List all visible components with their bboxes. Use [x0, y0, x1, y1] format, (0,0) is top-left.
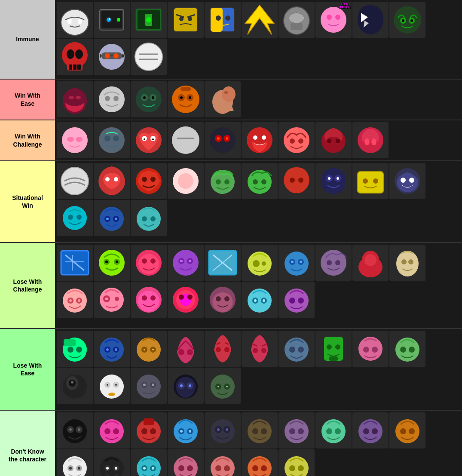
char-icon: [168, 282, 204, 318]
svg-point-165: [285, 252, 309, 276]
char-icon: [168, 331, 204, 367]
svg-point-43: [105, 53, 110, 58]
char-icon: [57, 122, 93, 158]
char-icon: [352, 412, 389, 448]
char-icon: [94, 39, 130, 75]
svg-point-148: [105, 261, 108, 263]
tier-row-lose-ease: Lose WithEase: [0, 329, 462, 411]
tier-row-win-challenge: Win WithChallenge: [0, 120, 462, 161]
char-icon: [352, 245, 389, 281]
svg-point-53: [76, 96, 81, 99]
char-icon: [205, 412, 241, 448]
svg-point-37: [75, 49, 83, 59]
svg-point-266: [63, 419, 87, 443]
svg-point-196: [187, 295, 193, 300]
char-icon: [57, 449, 93, 476]
char-icon: [94, 2, 130, 38]
svg-point-80: [144, 138, 145, 140]
svg-rect-25: [291, 23, 303, 30]
svg-point-272: [104, 428, 110, 434]
svg-point-97: [336, 139, 340, 143]
char-icon: [242, 331, 278, 367]
svg-rect-7: [117, 18, 120, 21]
char-icon: [57, 81, 93, 117]
svg-point-183: [69, 299, 72, 302]
svg-point-36: [67, 49, 74, 59]
char-icon: TIERMAKER: [315, 2, 352, 38]
svg-rect-234: [329, 356, 338, 361]
char-icon: [94, 81, 130, 117]
svg-point-135: [106, 218, 109, 220]
svg-point-74: [99, 127, 125, 153]
char-icon: [205, 449, 241, 476]
svg-point-121: [337, 177, 339, 180]
svg-point-220: [144, 349, 145, 350]
char-icon: [278, 245, 315, 281]
svg-point-102: [105, 177, 110, 181]
svg-point-301: [400, 428, 406, 434]
tier-label-lose-challenge: Lose WithChallenge: [0, 243, 55, 328]
tier-label-win-challenge: Win WithChallenge: [0, 120, 55, 160]
tier-row-win-ease: Win WithEase: [0, 80, 462, 120]
char-icon: [352, 331, 389, 367]
svg-point-318: [174, 456, 198, 476]
svg-point-138: [142, 216, 147, 221]
svg-point-76: [113, 135, 119, 141]
char-icon: [168, 163, 204, 199]
svg-point-195: [179, 295, 184, 300]
char-icon: [57, 412, 93, 448]
svg-point-29: [394, 6, 421, 34]
svg-point-282: [189, 430, 191, 433]
svg-point-246: [108, 393, 115, 396]
svg-point-84: [210, 127, 236, 153]
svg-point-27: [327, 15, 332, 20]
svg-point-217: [137, 338, 161, 362]
char-icon: [315, 122, 352, 158]
svg-point-82: [172, 126, 199, 154]
svg-point-312: [115, 467, 117, 470]
svg-point-244: [71, 381, 73, 384]
svg-point-48: [135, 43, 162, 71]
tier-label-lose-ease: Lose WithEase: [0, 329, 55, 410]
tier-label-immune: Immune: [0, 0, 55, 79]
svg-point-72: [67, 137, 74, 142]
svg-point-115: [290, 178, 295, 183]
char-icon: [352, 122, 389, 158]
svg-point-156: [180, 260, 183, 262]
svg-point-75: [104, 135, 110, 141]
svg-point-191: [150, 295, 156, 301]
svg-point-211: [76, 347, 82, 353]
svg-point-204: [263, 299, 265, 302]
svg-point-269: [69, 428, 72, 431]
svg-point-60: [143, 96, 146, 99]
svg-point-88: [226, 137, 228, 140]
svg-point-227: [261, 348, 266, 353]
char-icon: [242, 122, 278, 158]
char-icon: [131, 368, 167, 404]
svg-point-177: [396, 251, 419, 276]
svg-rect-13: [174, 8, 198, 32]
char-icon: [205, 163, 241, 199]
char-icon: [131, 245, 167, 281]
svg-point-114: [261, 179, 266, 184]
svg-point-260: [189, 384, 191, 387]
svg-point-307: [78, 467, 80, 470]
svg-point-289: [252, 428, 258, 434]
svg-point-240: [409, 347, 415, 353]
tier-label-dont-know: Don't Knowthe character: [0, 411, 55, 476]
char-icon: [57, 282, 93, 318]
char-icon: [315, 412, 352, 448]
char-icon: [278, 412, 315, 448]
svg-point-317: [152, 467, 154, 470]
svg-point-113: [253, 179, 258, 184]
svg-point-319: [178, 465, 184, 471]
char-icon: [278, 449, 315, 476]
svg-point-296: [335, 428, 341, 434]
svg-point-124: [363, 178, 368, 184]
svg-point-56: [113, 96, 119, 101]
svg-point-329: [298, 465, 304, 471]
svg-point-229: [289, 347, 295, 353]
char-icon: [315, 331, 352, 367]
char-icon: [94, 245, 130, 281]
svg-point-292: [289, 428, 295, 434]
